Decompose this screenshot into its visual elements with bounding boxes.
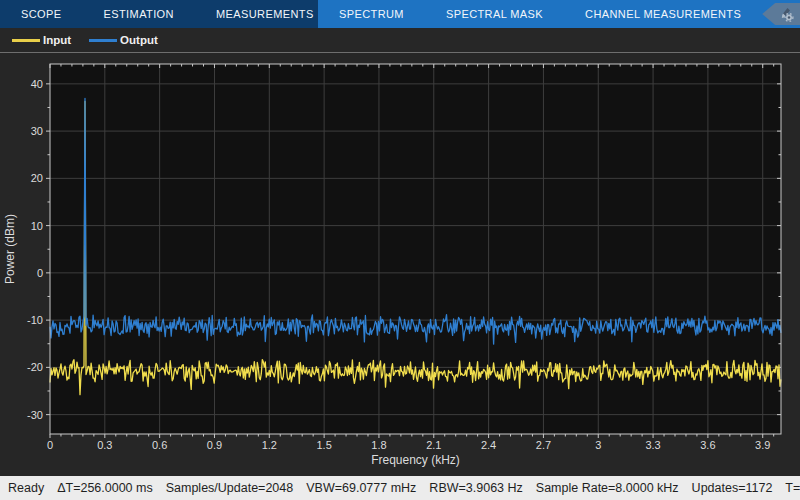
svg-text:2.1: 2.1	[426, 439, 441, 451]
svg-text:0: 0	[47, 439, 53, 451]
input-line-swatch	[12, 39, 40, 42]
tab-estimation[interactable]: ESTIMATION	[83, 0, 195, 28]
status-vbw: VBW=69.0777 mHz	[306, 481, 416, 495]
svg-text:30: 30	[31, 125, 43, 137]
tab-spectral-mask[interactable]: SPECTRAL MASK	[425, 0, 564, 28]
svg-text:40: 40	[31, 78, 43, 90]
svg-text:3.3: 3.3	[645, 439, 660, 451]
tab-scope[interactable]: SCOPE	[0, 0, 83, 28]
tab-measurements[interactable]: MEASUREMENTS	[195, 0, 335, 28]
status-samples-update: Samples/Update=2048	[166, 481, 294, 495]
toolstrip-context-tab-group: SPECTRUM SPECTRAL MASK CHANNEL MEASUREME…	[318, 0, 800, 28]
toolstrip: SCOPE ESTIMATION MEASUREMENTS SPECTRUM S…	[0, 0, 800, 28]
svg-text:3.9: 3.9	[755, 439, 770, 451]
style-settings-icon[interactable]	[779, 7, 794, 22]
spectrum-chart-svg: 00.30.60.91.21.51.82.12.42.733.33.63.940…	[0, 53, 800, 477]
svg-text:3: 3	[595, 439, 601, 451]
svg-text:1.5: 1.5	[316, 439, 331, 451]
svg-text:2.4: 2.4	[481, 439, 496, 451]
legend-item-output[interactable]: Output	[89, 34, 158, 46]
svg-text:-10: -10	[27, 314, 43, 326]
svg-text:2.7: 2.7	[536, 439, 551, 451]
tab-spectrum[interactable]: SPECTRUM	[318, 0, 425, 28]
svg-text:Frequency (kHz): Frequency (kHz)	[371, 453, 460, 467]
svg-text:Power (dBm): Power (dBm)	[3, 214, 17, 284]
svg-text:3.6: 3.6	[700, 439, 715, 451]
legend-item-input[interactable]: Input	[12, 34, 71, 46]
status-state: Ready	[8, 481, 44, 495]
svg-text:0.6: 0.6	[152, 439, 167, 451]
legend-bar: Input Output	[0, 28, 800, 52]
status-time: T=299.9040	[785, 481, 800, 495]
svg-text:0.3: 0.3	[97, 439, 112, 451]
quick-access-badge: •••	[762, 3, 800, 25]
status-delta-t: ΔT=256.0000 ms	[57, 481, 153, 495]
svg-text:-20: -20	[27, 361, 43, 373]
status-updates: Updates=1172	[692, 481, 773, 495]
svg-text:1.8: 1.8	[371, 439, 386, 451]
spectrum-analyzer-window: SCOPE ESTIMATION MEASUREMENTS SPECTRUM S…	[0, 0, 800, 500]
status-rbw: RBW=3.9063 Hz	[429, 481, 522, 495]
svg-text:10: 10	[31, 220, 43, 232]
svg-text:20: 20	[31, 172, 43, 184]
status-bar: Ready ΔT=256.0000 ms Samples/Update=2048…	[0, 476, 800, 500]
status-sample-rate: Sample Rate=8.0000 kHz	[536, 481, 679, 495]
tab-channel-measurements[interactable]: CHANNEL MEASUREMENTS	[564, 0, 762, 28]
legend-label-input: Input	[43, 34, 71, 46]
output-line-swatch	[89, 39, 117, 42]
svg-text:0.9: 0.9	[207, 439, 222, 451]
svg-text:0: 0	[37, 267, 43, 279]
toolstrip-main-tab-group: SCOPE ESTIMATION MEASUREMENTS	[0, 0, 318, 28]
svg-text:1.2: 1.2	[262, 439, 277, 451]
svg-text:-30: -30	[27, 409, 43, 421]
spectrum-plot[interactable]: 00.30.60.91.21.51.82.12.42.733.33.63.940…	[0, 52, 800, 476]
legend-label-output: Output	[120, 34, 158, 46]
